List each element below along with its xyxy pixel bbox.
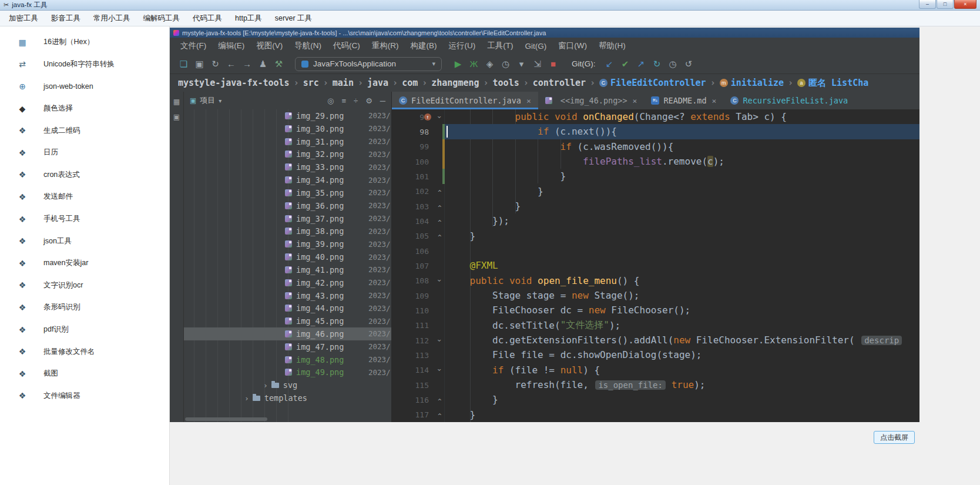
sidebar-item[interactable]: ❖手机号工具 <box>0 208 169 230</box>
ide-menu-item[interactable]: 编辑(E) <box>212 41 250 51</box>
editor-tab[interactable]: CFileEditController.java× <box>392 92 538 109</box>
ide-menu-item[interactable]: 重构(R) <box>366 41 405 51</box>
history-icon[interactable]: ◷ <box>665 59 681 69</box>
fold-up-icon[interactable]: › <box>435 397 443 402</box>
rollback-icon[interactable]: ↺ <box>681 59 697 69</box>
breadcrumb-segment[interactable]: main <box>333 78 354 88</box>
tree-row[interactable]: img_31.png2023/ <box>184 135 391 148</box>
close-icon[interactable]: × <box>712 96 717 105</box>
push-icon[interactable]: ↗ <box>633 59 649 69</box>
sidebar-item[interactable]: ❖日历 <box>0 142 169 164</box>
breadcrumb-segment[interactable]: controller <box>533 78 586 88</box>
sidebar-item[interactable]: ❖批量修改文件名 <box>0 340 169 363</box>
project-header-title[interactable]: 项目 <box>200 95 215 106</box>
ide-menu-item[interactable]: 代码(C) <box>327 41 366 51</box>
run-icon[interactable]: ▶ <box>450 59 466 69</box>
breadcrumb-segment[interactable]: mystyle-java-fx-tools <box>178 78 290 88</box>
fold-down-icon[interactable]: › <box>435 115 443 119</box>
close-button[interactable]: × <box>954 0 976 9</box>
ide-menu-item[interactable]: 运行(U) <box>443 41 482 51</box>
sidebar-item[interactable]: ❖json工具 <box>0 230 169 252</box>
tree-row[interactable]: img_47.png2023/ <box>184 340 391 353</box>
ide-menu-item[interactable]: 视图(V) <box>250 41 288 51</box>
coverage-icon[interactable]: ◈ <box>482 59 498 69</box>
attach-icon[interactable]: ⇲ <box>529 59 545 69</box>
fold-up-icon[interactable]: › <box>435 189 443 193</box>
ide-menu-item[interactable]: 工具(T) <box>481 41 519 51</box>
sidebar-item[interactable]: ⊕json-web-token <box>0 75 169 98</box>
fold-up-icon[interactable]: › <box>435 413 443 417</box>
fold-up-icon[interactable]: › <box>435 234 443 238</box>
breadcrumb-segment[interactable]: minitialize <box>720 78 784 88</box>
app-menu-item[interactable]: server 工具 <box>269 14 318 24</box>
editor-tab[interactable]: M↓README.md× <box>644 92 723 109</box>
tree-row[interactable]: ›svg <box>184 379 391 392</box>
fold-down-icon[interactable]: › <box>435 338 443 342</box>
app-menu-item[interactable]: http工具 <box>229 14 269 24</box>
minimize-button[interactable]: – <box>919 0 936 9</box>
editor-tab[interactable]: <<img_46.png>>× <box>538 92 645 109</box>
tree-row[interactable]: img_45.png2023/ <box>184 315 391 327</box>
sidebar-item[interactable]: ❖maven安装jar <box>0 252 169 275</box>
chevron-down-icon[interactable]: ▾ <box>219 98 221 104</box>
breadcrumb-segment[interactable]: com <box>402 78 418 88</box>
ide-menu-item[interactable]: 导航(N) <box>288 41 327 51</box>
chevron-down-icon[interactable]: ▾ <box>514 59 529 69</box>
tree-row[interactable]: img_33.png2023/ <box>184 160 391 173</box>
sidebar-item[interactable]: ❖截图 <box>0 363 169 385</box>
ide-menu-item[interactable]: 文件(F) <box>174 41 212 51</box>
tree-row[interactable]: ›templates <box>184 392 391 404</box>
breadcrumb-segment[interactable]: zhangmeng <box>431 78 479 88</box>
expand-all-icon[interactable]: ≡ <box>341 96 346 105</box>
tree-row[interactable]: img_32.png2023/ <box>184 148 391 160</box>
tree-row[interactable]: img_41.png2023/ <box>184 263 391 276</box>
ide-menu-item[interactable]: Git(G) <box>519 42 553 51</box>
tree-row[interactable]: img_44.png2023/ <box>184 302 391 315</box>
hide-icon[interactable]: ─ <box>380 96 385 105</box>
run-config-select[interactable]: JavaFxToolsApplication ▾ <box>295 57 442 71</box>
commit-stripe-icon[interactable]: ▣ <box>173 113 180 121</box>
tree-row[interactable]: img_46.png2023/ <box>184 327 391 340</box>
maximize-button[interactable]: □ <box>937 0 954 9</box>
profiler-icon[interactable]: ◷ <box>498 59 514 69</box>
app-menu-item[interactable]: 代码工具 <box>186 14 229 24</box>
close-icon[interactable]: × <box>633 96 637 105</box>
breadcrumb-segment[interactable]: java <box>367 78 388 88</box>
breadcrumb-segment[interactable]: src <box>303 78 319 88</box>
sync-icon[interactable]: ↻ <box>207 59 223 69</box>
sidebar-item[interactable]: ❖文字识别ocr <box>0 275 169 297</box>
user-icon[interactable]: ♟ <box>255 59 271 69</box>
sidebar-item[interactable]: ⇄Unicode和字符串转换 <box>0 53 169 76</box>
build-hammer-icon[interactable]: ⚒ <box>271 59 287 69</box>
locate-icon[interactable]: ◎ <box>327 96 334 105</box>
override-marker-icon[interactable]: ↑ <box>424 113 431 121</box>
fold-down-icon[interactable]: › <box>435 279 443 283</box>
debug-bug-icon[interactable]: Ж <box>466 59 482 69</box>
tree-row[interactable]: img_48.png2023/ <box>184 353 391 366</box>
tree-row[interactable]: img_37.png2023/ <box>184 212 391 225</box>
tree-row[interactable]: img_29.png2023/ <box>184 109 391 122</box>
app-menu-item[interactable]: 加密工具 <box>2 14 45 24</box>
screenshot-button[interactable]: 点击截屏 <box>874 431 915 444</box>
sidebar-item[interactable]: ❖生成二维码 <box>0 119 169 142</box>
tree-row[interactable]: img_35.png2023/ <box>184 186 391 199</box>
tree-row[interactable]: img_39.png2023/ <box>184 238 391 250</box>
tree-row[interactable]: img_34.png2023/ <box>184 173 391 186</box>
app-menu-item[interactable]: 常用小工具 <box>87 14 137 24</box>
breadcrumb-segment[interactable]: tools <box>493 78 519 88</box>
open-icon[interactable]: ❏ <box>176 59 192 69</box>
editor[interactable]: 97↑›public void onChanged(Change<? exten… <box>392 109 919 422</box>
back-icon[interactable]: ← <box>223 59 239 69</box>
ide-menu-item[interactable]: 窗口(W) <box>552 41 593 51</box>
update-project-icon[interactable]: ↙ <box>602 59 617 69</box>
commit-icon[interactable]: ✔ <box>617 59 633 69</box>
sidebar-item[interactable]: ❖cron表达式 <box>0 164 169 186</box>
close-icon[interactable]: × <box>526 96 531 105</box>
project-horizontal-scrollbar[interactable] <box>185 417 267 421</box>
ide-menu-item[interactable]: 帮助(H) <box>593 41 632 51</box>
editor-tab[interactable]: CRecursiveFileList.java <box>723 92 855 109</box>
sidebar-item[interactable]: ❖条形码识别 <box>0 296 169 319</box>
tree-row[interactable]: img_36.png2023/ <box>184 199 391 212</box>
tree-row[interactable]: img_42.png2023/ <box>184 276 391 289</box>
sidebar-item[interactable]: ▦16进制（Hex） <box>0 31 169 53</box>
